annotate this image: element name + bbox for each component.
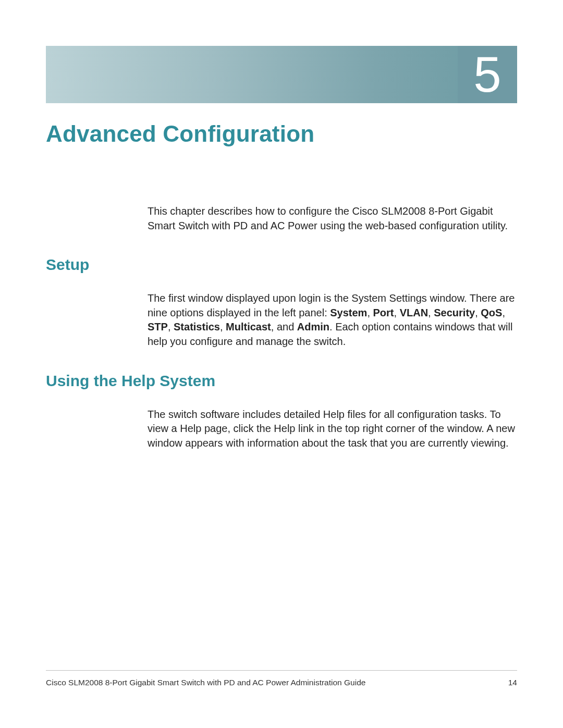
chapter-title: Advanced Configuration [46, 121, 517, 147]
setup-paragraph: The first window displayed upon login is… [148, 291, 517, 349]
footer-page-number: 14 [508, 678, 517, 687]
sep: , [475, 307, 481, 318]
sep: , [168, 321, 174, 332]
setup-text: The first window displayed upon login is… [148, 291, 517, 349]
chapter-banner: 5 [46, 46, 517, 103]
option-admin: Admin [297, 321, 329, 332]
option-port: Port [373, 307, 394, 318]
sep: , [394, 307, 400, 318]
sep: , [367, 307, 373, 318]
option-stp: STP [148, 321, 168, 332]
chapter-number: 5 [473, 50, 501, 100]
chapter-number-box: 5 [458, 46, 517, 103]
footer-doc-title: Cisco SLM2008 8-Port Gigabit Smart Switc… [46, 678, 365, 687]
sep: , and [271, 321, 297, 332]
section-heading-setup: Setup [46, 256, 517, 274]
sep: , [220, 321, 226, 332]
option-vlan: VLAN [400, 307, 428, 318]
option-qos: QoS [481, 307, 502, 318]
option-statistics: Statistics [174, 321, 220, 332]
page-footer: Cisco SLM2008 8-Port Gigabit Smart Switc… [46, 670, 517, 687]
page: 5 Advanced Configuration This chapter de… [0, 0, 563, 728]
intro-text: This chapter describes how to configure … [148, 204, 517, 233]
option-security: Security [434, 307, 475, 318]
section-heading-help: Using the Help System [46, 372, 517, 390]
help-text: The switch software includes detailed He… [148, 408, 517, 451]
intro-paragraph: This chapter describes how to configure … [148, 204, 517, 233]
option-multicast: Multicast [226, 321, 271, 332]
option-system: System [330, 307, 367, 318]
sep: , [428, 307, 434, 318]
help-paragraph: The switch software includes detailed He… [148, 408, 517, 451]
sep: , [502, 307, 505, 318]
